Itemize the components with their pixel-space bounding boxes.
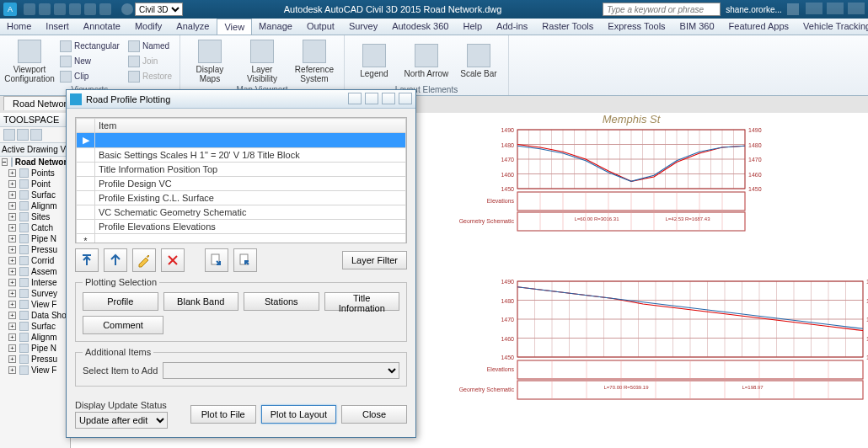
ribbon-tab-raster-tools[interactable]: Raster Tools: [535, 19, 601, 35]
reference-system-button[interactable]: Reference System: [290, 38, 339, 85]
profile-button[interactable]: Profile: [83, 292, 158, 311]
table-row[interactable]: Profile Elevations Elevations: [77, 220, 406, 234]
ribbon-tab-annotate[interactable]: Annotate: [77, 19, 128, 35]
toolspace-tool-icon[interactable]: [17, 129, 29, 141]
tree-item[interactable]: +Surfac: [0, 189, 70, 200]
export-button[interactable]: [205, 248, 228, 272]
table-row[interactable]: Profile Existing C.L. Surface: [77, 191, 406, 205]
rectangular-button[interactable]: Rectangular: [57, 40, 122, 53]
display-maps-button[interactable]: Display Maps: [185, 38, 234, 85]
plot-to-file-button[interactable]: Plot to File: [190, 405, 256, 424]
tree-item[interactable]: +Catch: [0, 222, 70, 233]
expand-icon[interactable]: +: [8, 279, 16, 286]
ribbon-tab-help[interactable]: Help: [456, 19, 490, 35]
close-button[interactable]: Close: [341, 405, 407, 424]
scale-bar-button[interactable]: Scale Bar: [454, 38, 503, 85]
ribbon-tab-bim-360[interactable]: BIM 360: [673, 19, 722, 35]
clip-button[interactable]: Clip: [57, 70, 122, 83]
ribbon-tab-modify[interactable]: Modify: [128, 19, 169, 35]
tree-item[interactable]: +Pipe N: [0, 343, 70, 354]
tree-item[interactable]: +View F: [0, 299, 70, 310]
minimize-icon[interactable]: [806, 3, 822, 14]
expand-icon[interactable]: +: [8, 355, 16, 363]
qat-new-icon[interactable]: [24, 3, 35, 15]
table-row[interactable]: Basic Settings Scales H 1" = 20' V 1/8 T…: [77, 148, 406, 163]
move-top-button[interactable]: [75, 248, 99, 272]
comment-button[interactable]: Comment: [83, 316, 163, 334]
viewport-configuration-button[interactable]: Viewport Configuration: [5, 38, 54, 85]
qat-open-icon[interactable]: [39, 3, 51, 15]
move-up-button[interactable]: [104, 248, 127, 272]
ribbon-tab-vehicle-tracking[interactable]: Vehicle Tracking: [796, 19, 868, 35]
ribbon-tab-survey[interactable]: Survey: [342, 19, 385, 35]
tree-item[interactable]: +Interse: [0, 277, 70, 288]
ribbon-tab-insert[interactable]: Insert: [39, 19, 77, 35]
ribbon-tab-featured-apps[interactable]: Featured Apps: [722, 19, 797, 35]
expand-icon[interactable]: +: [8, 366, 16, 374]
legend-button[interactable]: Legend: [350, 38, 399, 85]
tree-item[interactable]: +Point: [0, 179, 70, 189]
import-button[interactable]: [233, 248, 257, 272]
expand-icon[interactable]: +: [8, 246, 16, 253]
restore-button[interactable]: Restore: [126, 70, 174, 83]
ribbon-tab-manage[interactable]: Manage: [252, 19, 300, 35]
close-icon[interactable]: [848, 3, 865, 14]
ribbon-tab-output[interactable]: Output: [300, 19, 342, 35]
qat-undo-icon[interactable]: [84, 3, 96, 15]
toolspace-tool-icon[interactable]: [3, 129, 15, 141]
tree-item[interactable]: +Alignm: [0, 200, 70, 211]
dlg-close-icon[interactable]: [399, 93, 412, 104]
table-row[interactable]: ▶: [77, 133, 406, 148]
tree-item[interactable]: +Points: [0, 168, 70, 179]
table-row[interactable]: Title Information Position Top: [77, 163, 406, 177]
expand-icon[interactable]: +: [8, 290, 16, 297]
expand-icon[interactable]: +: [8, 202, 16, 210]
expand-icon[interactable]: +: [8, 312, 16, 319]
blank-band-button[interactable]: Blank Band: [163, 292, 239, 311]
workspace-switcher[interactable]: Civil 3D: [121, 3, 183, 16]
ribbon-tab-add-ins[interactable]: Add-ins: [490, 19, 535, 35]
dlg-prev-icon[interactable]: [348, 93, 362, 104]
qat-redo-icon[interactable]: [99, 3, 111, 15]
tree-root[interactable]: Road Network: [15, 157, 70, 167]
named-button[interactable]: Named: [126, 40, 174, 53]
title-information-button[interactable]: Title Information: [324, 292, 400, 311]
tree-item[interactable]: +Sites: [0, 211, 70, 222]
expand-icon[interactable]: +: [8, 213, 16, 221]
tree-item[interactable]: +Pipe N: [0, 233, 70, 244]
table-row[interactable]: VC Schematic Geometry Schematic: [77, 205, 406, 220]
delete-button[interactable]: [161, 248, 185, 272]
tree-item[interactable]: +Surfac: [0, 321, 70, 332]
expand-icon[interactable]: +: [8, 180, 16, 188]
toolspace-view-label[interactable]: Active Drawing View: [0, 142, 70, 157]
new-button[interactable]: New: [57, 55, 122, 68]
qat-plot-icon[interactable]: [69, 3, 81, 15]
layer-visibility-button[interactable]: Layer Visibility: [238, 38, 287, 85]
tree-item[interactable]: +Data Sho: [0, 310, 70, 321]
expand-icon[interactable]: +: [8, 257, 16, 264]
expand-icon[interactable]: +: [8, 333, 16, 341]
exchange-icon[interactable]: [787, 3, 799, 15]
dlg-min-icon[interactable]: [382, 93, 395, 104]
expand-icon[interactable]: +: [8, 301, 16, 308]
dlg-next-icon[interactable]: [365, 93, 378, 104]
qat-save-icon[interactable]: [54, 3, 66, 15]
expand-icon[interactable]: −: [2, 158, 8, 166]
tree-item[interactable]: +Corrid: [0, 255, 70, 266]
layer-filter-button[interactable]: Layer Filter: [342, 251, 407, 269]
expand-icon[interactable]: +: [8, 169, 16, 177]
expand-icon[interactable]: +: [8, 235, 16, 243]
ribbon-tab-home[interactable]: Home: [0, 19, 39, 35]
items-table-wrap[interactable]: Item ▶Basic Settings Scales H 1" = 20' V…: [75, 117, 407, 243]
plot-to-layout-button[interactable]: Plot to Layout: [261, 405, 336, 424]
tree-item[interactable]: +Pressu: [0, 244, 70, 255]
expand-icon[interactable]: +: [8, 344, 16, 352]
edit-button[interactable]: [132, 248, 156, 272]
tree-item[interactable]: +Survey: [0, 288, 70, 299]
tree-item[interactable]: +Assem: [0, 266, 70, 277]
expand-icon[interactable]: +: [8, 191, 16, 199]
help-search-input[interactable]: [603, 3, 721, 16]
ribbon-tab-view[interactable]: View: [217, 19, 252, 35]
tree-item[interactable]: +Alignm: [0, 332, 70, 343]
workspace-select[interactable]: Civil 3D: [135, 3, 183, 16]
